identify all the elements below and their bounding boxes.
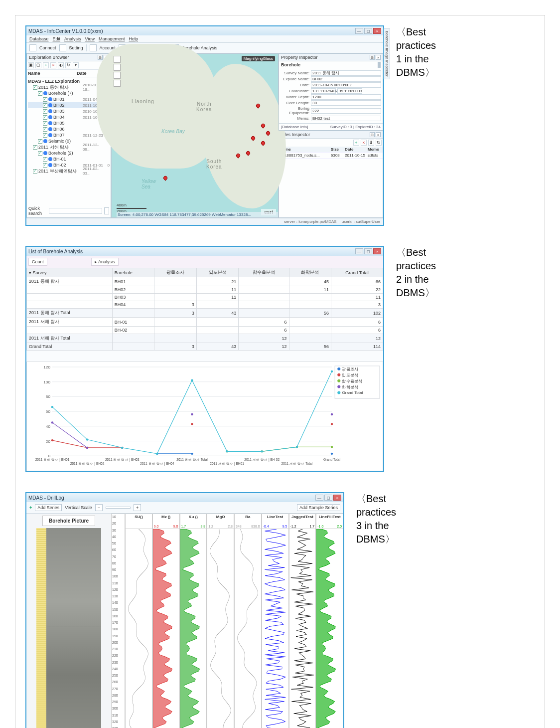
minimize-button[interactable]: — <box>355 28 363 34</box>
menu-management[interactable]: Management <box>99 36 125 41</box>
add-sample-series-button[interactable]: Add Sample Series <box>297 504 340 511</box>
filter-icon[interactable]: ▾ <box>73 62 79 68</box>
log-track[interactable]: JaggedTest-1.21.7 <box>289 514 316 728</box>
expand-all-icon[interactable]: ▣ <box>28 62 34 68</box>
panel-pin-icon[interactable]: ⊟ <box>98 55 103 60</box>
tree-item[interactable]: BH-01 <box>28 156 110 162</box>
toolbar: Connect Setting Account Change Password … <box>26 43 383 53</box>
add-series-button[interactable]: Add Series <box>35 504 62 511</box>
log-track[interactable]: Ku ()1.73.8 <box>180 514 207 728</box>
minimize-button[interactable]: — <box>355 248 363 254</box>
refresh-icon[interactable] <box>380 62 381 68</box>
svg-point-30 <box>331 423 333 425</box>
file-row[interactable]: 1318881753_node.s... 6308 2011-10-15 sdf… <box>279 153 383 159</box>
table-row[interactable]: BH0433 <box>27 301 383 309</box>
files-col-memo[interactable]: Memo <box>368 147 382 152</box>
magnifying-glass-badge[interactable]: MagnifyingGlass <box>242 56 275 61</box>
file-delete-icon[interactable]: × <box>361 140 367 146</box>
inspector-field: Water Depth:1200 <box>280 94 381 100</box>
dbinfo-label: [Database Info] <box>281 125 308 129</box>
refresh-icon[interactable]: ↻ <box>65 62 71 68</box>
log-track[interactable]: Mz ()6.09.0 <box>152 514 180 728</box>
files-col-date[interactable]: Date <box>345 147 368 152</box>
menu-view[interactable]: View <box>85 36 95 41</box>
tree-item[interactable]: BH05 <box>28 120 110 126</box>
maximize-button[interactable]: ◻ <box>364 248 372 254</box>
sidebar-tab-borehole-image[interactable]: Borehole Image Inspector <box>384 28 390 79</box>
inspector-field: Coordinate:131.1107940739.19920003 <box>280 88 381 94</box>
tree-item[interactable]: BH072011-12-23 <box>28 132 110 138</box>
close-button[interactable]: × <box>333 495 341 501</box>
file-download-icon[interactable]: ⬇ <box>368 140 374 146</box>
tree-item[interactable]: BH06 <box>28 126 110 132</box>
table-row[interactable]: 2011 동해 탐사 Total34356102 <box>27 309 383 318</box>
panel-close-icon[interactable]: × <box>376 132 381 137</box>
col-date[interactable]: Date <box>77 71 99 76</box>
log-track[interactable]: LineTest-0.49.5 <box>262 514 289 728</box>
quick-search-go-icon[interactable] <box>104 207 109 214</box>
pivot-field-count[interactable]: Count <box>28 258 47 266</box>
core-column: Borehole Picture <box>26 514 111 728</box>
svg-text:2011 동해 탐사 Total: 2011 동해 탐사 Total <box>176 458 208 462</box>
log-tracks: 1020304050607080901001101201301401501601… <box>111 514 343 728</box>
map-pan-icon[interactable] <box>114 80 121 87</box>
titlebar[interactable]: MDAS - DrillLog — ◻ × <box>26 493 343 502</box>
maximize-button[interactable]: ◻ <box>324 495 332 501</box>
map-home-icon[interactable] <box>114 56 121 63</box>
pivot-field-analysis[interactable]: ▸ Analysis <box>91 258 119 266</box>
delete-icon[interactable]: × <box>50 62 56 68</box>
setting-button[interactable]: Setting <box>69 45 83 50</box>
table-row[interactable]: 2011 서해 탐사BH-0166 <box>27 318 383 327</box>
connect-icon[interactable] <box>29 44 36 51</box>
account-icon[interactable] <box>90 44 97 51</box>
tree-item[interactable]: 2011 부산해역탐사2011-02-03... <box>28 168 110 174</box>
quick-search-input[interactable] <box>49 208 102 214</box>
scale-minus-button[interactable]: − <box>95 504 103 511</box>
scale-plus-button[interactable]: + <box>134 504 141 511</box>
table-row[interactable]: BH02111122 <box>27 286 383 294</box>
panel-pin-icon[interactable]: ⊟ <box>370 132 375 137</box>
panel-pin-icon[interactable]: ⊟ <box>370 55 375 60</box>
menu-help[interactable]: Help <box>129 36 138 41</box>
table-row[interactable]: 2011 동해 탐사BH01214566 <box>27 277 383 286</box>
panel-close-icon[interactable]: × <box>376 55 381 60</box>
toggle-icon[interactable]: ◐ <box>58 62 64 68</box>
table-row[interactable]: 2011 서해 탐사 Total1212 <box>27 334 383 343</box>
file-add-icon[interactable]: + <box>353 140 359 146</box>
minimize-button[interactable]: — <box>315 495 323 501</box>
collapse-all-icon[interactable]: ▢ <box>35 62 41 68</box>
add-icon[interactable]: + <box>43 62 49 68</box>
core-photo[interactable] <box>46 528 101 728</box>
table-row[interactable]: Grand Total3431256114 <box>27 343 383 351</box>
map-zoomout-icon[interactable] <box>114 72 121 79</box>
log-track[interactable]: Ba348838.0 <box>234 514 262 728</box>
close-button[interactable]: × <box>373 28 381 34</box>
files-col-name[interactable]: Name <box>280 147 331 152</box>
map-view[interactable]: Liaoning North Korea South Korea Korea B… <box>111 53 279 218</box>
pivot-table[interactable]: ▾ SurveyBorehole광물조사입도분석함수율분석화학분석Grand T… <box>26 268 383 351</box>
map-marker[interactable] <box>162 175 168 181</box>
setting-icon[interactable] <box>59 44 66 51</box>
inspector-field: Date:2011-10-05 00:00:00Z <box>280 82 381 88</box>
menu-analysis[interactable]: Analysis <box>64 36 81 41</box>
log-track[interactable]: SU() <box>125 514 152 728</box>
tree-item[interactable]: 2011 서해 탐사2011-12-08... <box>28 144 110 150</box>
files-col-size[interactable]: Size <box>331 147 345 152</box>
map-zoomin-icon[interactable] <box>114 64 121 71</box>
maximize-button[interactable]: ◻ <box>364 28 372 34</box>
scale-slider[interactable] <box>106 507 131 509</box>
file-refresh-icon[interactable]: ↻ <box>376 140 382 146</box>
table-row[interactable]: BH-0266 <box>27 327 383 334</box>
titlebar[interactable]: MDAS - InfoCenter V1.0.0.0(xxm) — ◻ × <box>26 26 383 35</box>
menu-database[interactable]: Database <box>29 36 49 41</box>
col-name[interactable]: Name <box>28 71 77 76</box>
table-row[interactable]: BH031111 <box>27 294 383 301</box>
close-button[interactable]: × <box>373 248 381 254</box>
quick-search-label: Quick search <box>28 206 47 216</box>
log-track[interactable]: MgO1.22.8 <box>207 514 234 728</box>
status-server: server : lunarpurple-pc/MDAS <box>284 219 336 224</box>
menu-edit[interactable]: Edit <box>53 36 61 41</box>
titlebar[interactable]: List of Borehole Analysis — ◻ × <box>26 247 383 256</box>
log-track[interactable]: LineFillTest-1.02.0 <box>316 514 343 728</box>
connect-button[interactable]: Connect <box>39 45 56 50</box>
